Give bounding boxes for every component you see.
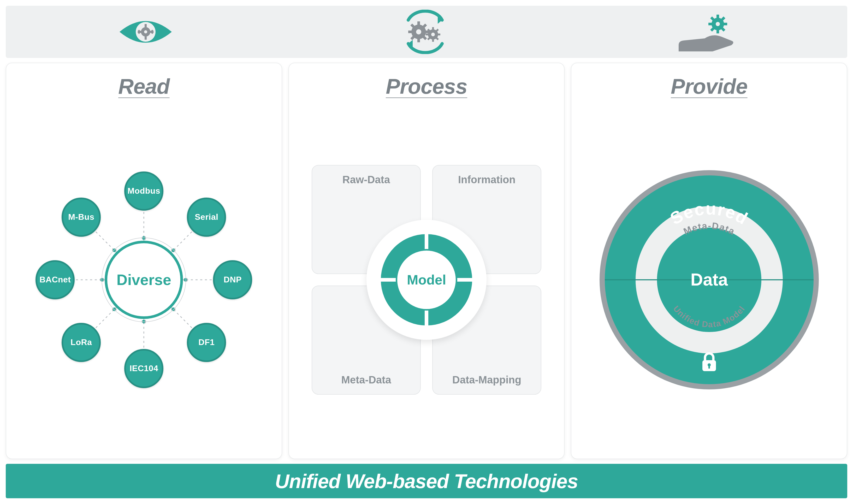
process-core: Model: [396, 249, 457, 311]
provide-ring: Secured Meta-Data Unified Data Model Dat…: [594, 165, 824, 395]
hub-node-bacnet: BACnet: [36, 260, 75, 299]
panel-process: Process Raw-Data Information Meta-Data D…: [288, 62, 565, 459]
svg-rect-38: [708, 23, 712, 25]
svg-rect-28: [426, 34, 428, 36]
read-hub: Diverse Modbus Serial DNP DF1 IEC104 LoR…: [26, 162, 261, 397]
hub-node-dnp: DNP: [213, 260, 252, 299]
hub-node-serial: Serial: [187, 198, 226, 237]
svg-rect-3: [145, 37, 147, 40]
hub-node-iec104: IEC104: [124, 349, 163, 388]
svg-rect-72: [708, 365, 710, 368]
hand-gear-icon: [676, 10, 736, 54]
svg-rect-16: [417, 39, 420, 42]
hub-node-df1: DF1: [187, 323, 226, 362]
svg-rect-2: [145, 24, 147, 27]
svg-rect-27: [438, 34, 440, 36]
panel-read-title: Read: [118, 74, 170, 98]
svg-point-56: [100, 278, 104, 282]
svg-rect-26: [432, 39, 434, 42]
eye-gear-icon: [117, 12, 174, 51]
panel-process-title: Process: [386, 74, 467, 98]
svg-rect-36: [716, 30, 719, 33]
svg-rect-25: [432, 27, 434, 30]
panel-provide: Provide: [571, 62, 847, 459]
svg-point-10: [144, 30, 147, 33]
svg-point-54: [112, 307, 116, 311]
svg-point-46: [171, 249, 175, 252]
svg-rect-35: [716, 15, 719, 18]
columns-row: Read: [6, 62, 847, 459]
process-ring: Model: [366, 220, 487, 340]
process-quad: Raw-Data Information Meta-Data Data-Mapp…: [312, 165, 541, 395]
svg-rect-18: [408, 31, 412, 33]
svg-point-48: [184, 278, 187, 282]
svg-point-52: [142, 320, 146, 323]
svg-point-58: [112, 249, 116, 252]
footer-bar: Unified Web-based Technologies: [6, 464, 847, 498]
svg-point-50: [171, 307, 175, 311]
hub-node-modbus: Modbus: [124, 172, 163, 211]
svg-point-24: [431, 33, 435, 36]
svg-rect-37: [724, 23, 727, 25]
gears-cycle-icon: [397, 10, 454, 54]
svg-point-34: [716, 22, 720, 26]
panel-provide-title: Provide: [671, 74, 747, 98]
footer-text: Unified Web-based Technologies: [275, 470, 578, 492]
svg-point-14: [416, 29, 421, 34]
hub-center: Diverse: [105, 241, 183, 319]
hub-node-mbus: M-Bus: [61, 198, 101, 237]
svg-point-44: [142, 236, 146, 240]
top-icon-bar: [6, 6, 847, 58]
ring-label-data: Data: [690, 270, 728, 289]
svg-rect-15: [417, 21, 420, 25]
hub-node-lora: LoRa: [61, 323, 101, 362]
panel-read: Read: [6, 62, 282, 459]
